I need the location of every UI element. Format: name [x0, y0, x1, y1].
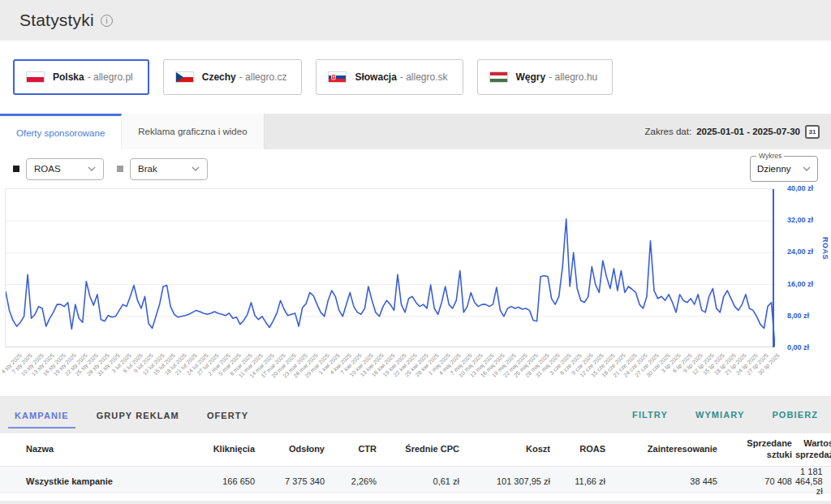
country-button-sk[interactable]: Słowacja- allegro.sk	[316, 59, 463, 95]
column-header-odsłony[interactable]: Odsłony	[258, 444, 328, 455]
y-axis-tick-label: 0,00 zł	[787, 343, 809, 351]
column-header-wartość-sprzedaży[interactable]: Wartość sprzedaży	[795, 438, 831, 461]
table-cell-odsłony: 7 375 340	[258, 476, 328, 486]
tab-oferty-sponsorowane[interactable]: Oferty sponsorowane	[0, 114, 122, 149]
column-header-średnie-cpc[interactable]: Średnie CPC	[380, 444, 463, 455]
y-axis-tick-label: 16,00 zł	[787, 280, 813, 288]
column-header-roas[interactable]: ROAS	[553, 444, 609, 455]
page-title: Statystyki	[19, 11, 94, 30]
table-tab-kampanie[interactable]: KAMPANIE	[13, 399, 71, 430]
calendar-icon[interactable]: 31	[805, 125, 820, 139]
country-name: Polska	[53, 71, 84, 83]
country-domain: - allegro.sk	[400, 71, 448, 83]
column-header-nazwa[interactable]: Nazwa	[0, 444, 183, 455]
main-tab-strip: Oferty sponsorowaneReklama graficzna i w…	[0, 114, 831, 149]
column-header-koszt[interactable]: Koszt	[463, 444, 553, 455]
country-domain: - allegro.pl	[88, 71, 133, 83]
action-pobierz[interactable]: POBIERZ	[772, 410, 818, 420]
date-range-label: Zakres dat:	[645, 127, 692, 136]
chart-type-select[interactable]: Wykres Dzienny	[750, 156, 818, 182]
tab-reklama-graficzna-i-wideo[interactable]: Reklama graficzna i wideo	[122, 114, 264, 149]
info-icon[interactable]: i	[101, 15, 113, 27]
column-header-label: Wartość sprzedaży	[795, 438, 831, 461]
metric1-select[interactable]: ROAS	[26, 158, 104, 180]
table-cell-nazwa: Wszystkie kampanie	[0, 476, 183, 486]
metric2-select[interactable]: Brak	[130, 158, 208, 180]
pl-flag-icon	[26, 71, 45, 83]
sk-flag-icon	[328, 71, 347, 83]
table-tab-oferty[interactable]: OFERTY	[205, 399, 250, 430]
country-domain: - allegro.cz	[239, 71, 287, 83]
y-axis-tick-label: 8,00 zł	[787, 312, 809, 320]
date-range-picker[interactable]: Zakres dat: 2025-01-01 - 2025-07-30 31	[645, 114, 820, 149]
page-header: Statystyki i	[0, 0, 831, 41]
metric2-marker	[117, 166, 123, 172]
y-axis-tick-label: 40,00 zł	[787, 184, 813, 192]
metric1-value: ROAS	[34, 164, 61, 174]
country-selector-bar: Polska- allegro.plCzechy- allegro.czSłow…	[0, 41, 831, 114]
chart-type-value: Dzienny	[757, 164, 791, 174]
table-cell-wartość-sprzedaży: 1 181 464,58 zł	[795, 467, 826, 496]
table-cell-ctr: 2,26%	[328, 476, 380, 486]
chart-plot-area	[5, 188, 774, 347]
country-button-cz[interactable]: Czechy- allegro.cz	[163, 59, 303, 95]
table-cell-roas: 11,66 zł	[553, 476, 609, 486]
column-header-zainteresowanie[interactable]: Zainteresowanie	[609, 444, 721, 455]
country-button-pl[interactable]: Polska- allegro.pl	[13, 59, 149, 95]
country-domain: - allegro.hu	[549, 71, 597, 83]
table-header-row: NazwaKliknięciaOdsłonyCTRŚrednie CPCKosz…	[0, 433, 831, 466]
table-actions: FILTRYWYMIARYPOBIERZ	[632, 410, 818, 420]
y-axis-tick-label: 24,00 zł	[787, 248, 813, 256]
x-axis: 4 sty 20257 sty 202510 sty 202513 sty 20…	[5, 351, 774, 393]
chart-type-label: Wykres	[756, 152, 784, 160]
country-name: Węgry	[516, 71, 546, 83]
country-name: Czechy	[202, 71, 236, 83]
metric2-value: Brak	[138, 164, 157, 174]
column-header-sprzedane-sztuki[interactable]: Sprzedane sztuki	[721, 438, 795, 461]
y-axis-line	[773, 189, 774, 347]
chevron-down-icon	[192, 166, 200, 171]
hu-flag-icon	[489, 71, 508, 83]
statistics-panel: ROAS Brak Wykres Dzienny 0,00 zł8,00 zł1…	[0, 149, 831, 393]
y-axis: 0,00 zł8,00 zł16,00 zł24,00 zł32,00 zł40…	[781, 188, 821, 347]
y-axis-tick-label: 32,00 zł	[787, 216, 813, 224]
roas-chart: 0,00 zł8,00 zł16,00 zł24,00 zł32,00 zł40…	[5, 188, 831, 393]
chart-line	[6, 189, 775, 348]
campaigns-table: NazwaKliknięciaOdsłonyCTRŚrednie CPCKosz…	[0, 433, 831, 493]
table-tab-grupy-reklam[interactable]: GRUPY REKLAM	[95, 399, 181, 430]
table-cell-kliknięcia: 166 650	[183, 476, 258, 486]
y-axis-title: ROAS	[821, 237, 829, 260]
table-cell-koszt: 101 307,95 zł	[463, 476, 553, 486]
page-footer	[0, 501, 831, 504]
action-wymiary[interactable]: WYMIARY	[695, 410, 744, 420]
chevron-down-icon	[88, 166, 96, 171]
country-name: Słowacja	[355, 71, 396, 83]
table-cell-zainteresowanie: 38 445	[609, 476, 721, 486]
column-header-kliknięcia[interactable]: Kliknięcia	[183, 444, 258, 455]
cz-flag-icon	[175, 71, 194, 83]
metric1-marker	[13, 166, 19, 172]
roas-line-series	[6, 219, 775, 347]
action-filtry[interactable]: FILTRY	[632, 410, 668, 420]
table-cell-sprzedane-sztuki: 70 408	[721, 476, 795, 486]
chart-controls: ROAS Brak Wykres Dzienny	[0, 149, 831, 188]
table-row: Wszystkie kampanie166 6507 375 3402,26%0…	[0, 466, 831, 493]
column-header-ctr[interactable]: CTR	[328, 444, 380, 455]
table-tab-strip: KAMPANIEGRUPY REKLAMOFERTY FILTRYWYMIARY…	[0, 396, 831, 433]
chevron-down-icon	[803, 166, 811, 171]
table-cell-średnie-cpc: 0,61 zł	[380, 476, 463, 486]
country-button-hu[interactable]: Węgry- allegro.hu	[477, 59, 614, 95]
date-range-value: 2025-01-01 - 2025-07-30	[696, 127, 800, 136]
